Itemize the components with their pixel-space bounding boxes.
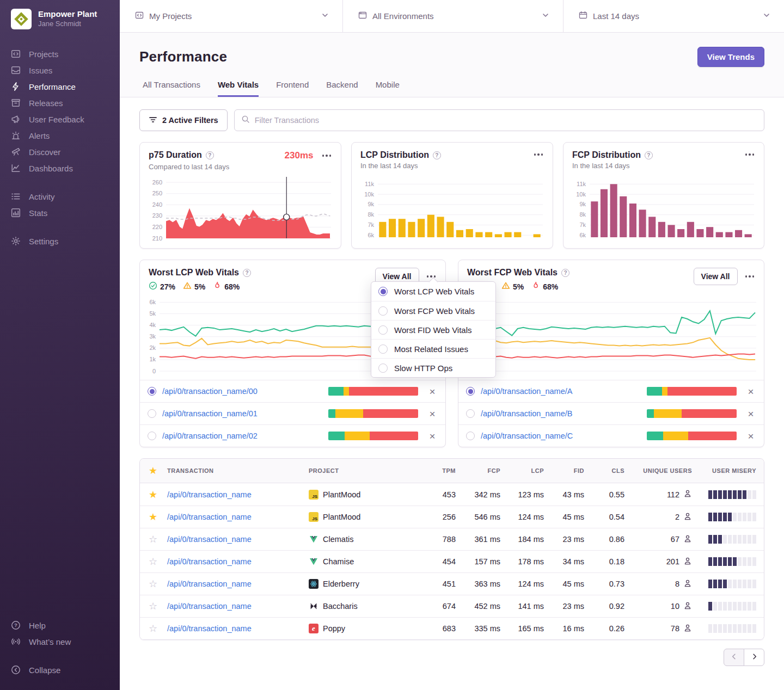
help-icon[interactable]: ? [433, 151, 441, 159]
user-misery-bar [700, 513, 764, 521]
project-cell[interactable]: Clematis [305, 534, 431, 544]
help-icon[interactable]: ? [206, 151, 214, 159]
sidebar-item-projects[interactable]: Projects [0, 46, 120, 62]
sidebar-item-collapse[interactable]: Collapse [0, 662, 120, 678]
project-selector[interactable]: My Projects [120, 0, 343, 32]
tab-backend[interactable]: Backend [326, 80, 358, 97]
transaction-link[interactable]: /api/0/transaction_name/01 [162, 409, 328, 418]
star-toggle[interactable]: ☆ [140, 624, 164, 633]
transaction-radio[interactable] [148, 387, 156, 396]
sidebar-item-help[interactable]: ?Help [0, 617, 120, 633]
tab-frontend[interactable]: Frontend [276, 80, 309, 97]
sidebar-item-label: Discover [29, 147, 60, 157]
transaction-link[interactable]: /api/0/transaction_name [164, 535, 305, 544]
transaction-radio[interactable] [466, 387, 475, 396]
context-menu-button[interactable] [744, 150, 756, 159]
project-cell[interactable]: JSPlantMood [305, 490, 431, 500]
star-toggle[interactable]: ★ [140, 490, 164, 500]
sidebar-item-releases[interactable]: Releases [0, 95, 120, 111]
tpm-value: 674 [431, 602, 465, 611]
collapse-icon [11, 665, 21, 675]
star-toggle[interactable]: ☆ [140, 579, 164, 589]
project-name: Elderberry [323, 580, 359, 588]
user-misery-bar [700, 602, 764, 611]
sidebar-item-issues[interactable]: Issues [0, 62, 120, 78]
previous-page-button[interactable] [724, 649, 744, 666]
org-switcher[interactable]: Empower Plant Jane Schmidt [0, 0, 120, 46]
project-cell[interactable]: Baccharis [305, 601, 431, 611]
svg-text:10k: 10k [576, 191, 586, 198]
star-toggle[interactable]: ☆ [140, 557, 164, 566]
transaction-link[interactable]: /api/0/transaction_name/02 [162, 432, 328, 440]
transaction-link[interactable]: /api/0/transaction_name [164, 624, 305, 633]
tab-all-transactions[interactable]: All Transactions [143, 80, 200, 97]
menu-item-most-related-issues[interactable]: Most Related Issues [371, 339, 495, 358]
sidebar-item-settings[interactable]: Settings [0, 233, 120, 249]
view-all-button[interactable]: View All [694, 268, 738, 285]
remove-transaction-button[interactable]: × [745, 386, 756, 397]
transaction-link[interactable]: /api/0/transaction_name/00 [162, 387, 328, 396]
star-toggle[interactable]: ☆ [140, 601, 164, 611]
person-icon [683, 512, 692, 522]
sidebar-item-discover[interactable]: Discover [0, 144, 120, 160]
app-root: Empower Plant Jane Schmidt ProjectsIssue… [0, 0, 784, 690]
remove-transaction-button[interactable]: × [745, 409, 756, 419]
active-filters-button[interactable]: 2 Active Filters [139, 109, 228, 131]
transaction-link[interactable]: /api/0/transaction_name/A [481, 387, 647, 396]
daterange-selector[interactable]: Last 14 days [564, 0, 784, 32]
transaction-link[interactable]: /api/0/transaction_name [164, 490, 305, 499]
tab-mobile[interactable]: Mobile [376, 80, 400, 97]
vitals-badges: 27%5%68% [149, 281, 251, 292]
transaction-list-item: /api/0/transaction_name/A× [458, 380, 764, 402]
sidebar-item-dashboards[interactable]: Dashboards [0, 160, 120, 176]
context-menu-button[interactable] [744, 272, 756, 281]
pagination [139, 649, 764, 666]
project-cell[interactable]: ePoppy [305, 624, 431, 633]
transaction-link[interactable]: /api/0/transaction_name [164, 602, 305, 611]
transaction-link[interactable]: /api/0/transaction_name [164, 580, 305, 588]
user-misery-bar [700, 557, 764, 566]
transaction-link[interactable]: /api/0/transaction_name/C [481, 432, 647, 440]
sidebar-item-what-s-new[interactable]: What’s new [0, 633, 120, 650]
remove-transaction-button[interactable]: × [427, 386, 438, 397]
context-menu-button[interactable] [533, 150, 544, 159]
menu-item-worst-fid-web-vitals[interactable]: Worst FID Web Vitals [371, 320, 495, 339]
transaction-radio[interactable] [466, 409, 475, 418]
transaction-radio[interactable] [466, 432, 475, 440]
search-input[interactable] [255, 116, 757, 125]
context-menu-button[interactable] [321, 151, 333, 160]
tab-web-vitals[interactable]: Web Vitals [218, 80, 259, 97]
project-cell[interactable]: Chamise [305, 557, 431, 566]
view-trends-button[interactable]: View Trends [697, 47, 764, 67]
menu-item-worst-lcp-web-vitals[interactable]: Worst LCP Web Vitals [371, 282, 495, 301]
transaction-radio[interactable] [148, 432, 156, 440]
sidebar-item-activity[interactable]: Activity [0, 188, 120, 205]
sidebar-item-user-feedback[interactable]: User Feedback [0, 111, 120, 127]
next-page-button[interactable] [744, 649, 764, 666]
project-cell[interactable]: JSPlantMood [305, 512, 431, 522]
transaction-list-item: /api/0/transaction_name/00× [140, 380, 445, 402]
sidebar-item-performance[interactable]: Performance [0, 78, 120, 95]
star-toggle[interactable]: ☆ [140, 534, 164, 544]
table-row: ☆/api/0/transaction_nameePoppy683335 ms1… [140, 617, 764, 639]
transaction-link[interactable]: /api/0/transaction_name [164, 557, 305, 566]
remove-transaction-button[interactable]: × [427, 409, 438, 419]
help-icon[interactable]: ? [645, 151, 653, 159]
transaction-link[interactable]: /api/0/transaction_name/B [481, 409, 647, 418]
remove-transaction-button[interactable]: × [745, 431, 756, 441]
environment-icon [358, 11, 367, 22]
transaction-radio[interactable] [148, 409, 156, 418]
help-icon[interactable]: ? [561, 269, 569, 277]
transaction-link[interactable]: /api/0/transaction_name [164, 513, 305, 521]
remove-transaction-button[interactable]: × [427, 431, 438, 441]
environment-selector[interactable]: All Environments [343, 0, 564, 32]
sidebar-item-stats[interactable]: Stats [0, 205, 120, 221]
chevron-down-icon [762, 11, 771, 22]
star-toggle[interactable]: ★ [140, 512, 164, 522]
sidebar-item-alerts[interactable]: Alerts [0, 127, 120, 144]
vitals-severity-bar [328, 409, 418, 418]
menu-item-slow-http-ops[interactable]: Slow HTTP Ops [371, 358, 495, 377]
menu-item-worst-fcp-web-vitals[interactable]: Worst FCP Web Vitals [371, 301, 495, 320]
project-cell[interactable]: Elderberry [305, 579, 431, 589]
help-icon[interactable]: ? [243, 269, 251, 277]
